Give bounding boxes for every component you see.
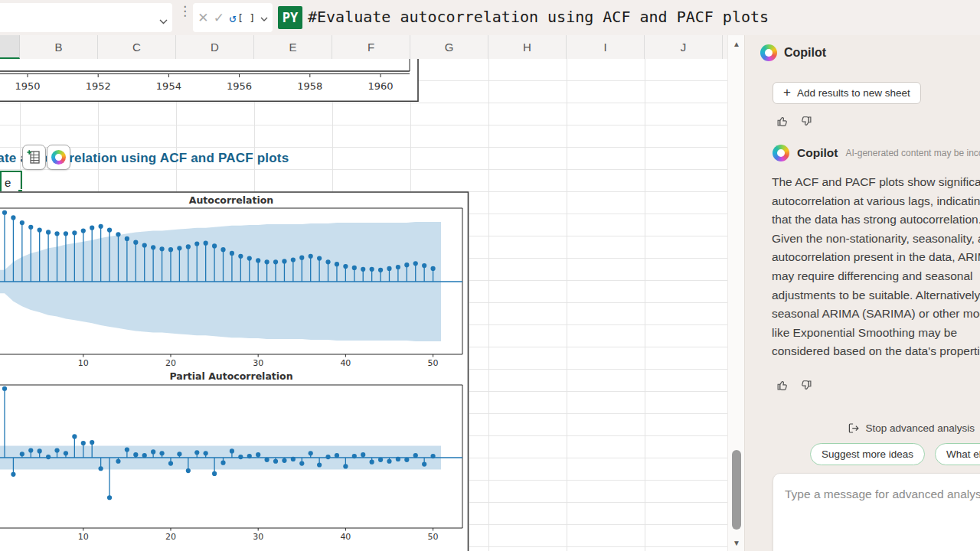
selected-cell[interactable]: e xyxy=(0,171,22,194)
message-line: considered based on the data's propertie… xyxy=(772,342,980,361)
svg-text:1952: 1952 xyxy=(86,80,111,92)
thumbs-down-icon[interactable] xyxy=(799,115,812,128)
scroll-up-icon[interactable]: ▲ xyxy=(728,40,745,48)
chevron-down-icon[interactable] xyxy=(159,14,168,28)
scroll-down-icon[interactable]: ▼ xyxy=(728,539,745,547)
feedback-row xyxy=(776,379,812,392)
column-header-a-selected[interactable] xyxy=(0,35,20,59)
feedback-row xyxy=(776,115,812,128)
copilot-message-header: Copilot AI-generated content may be inco… xyxy=(773,145,980,161)
svg-text:1956: 1956 xyxy=(227,80,252,92)
column-header-j[interactable]: J xyxy=(645,35,723,59)
copilot-message-input[interactable]: Type a message for advanced analysis xyxy=(773,473,980,551)
copilot-pane-title: Copilot xyxy=(784,46,826,60)
excel-window: ⋮ ✕ ✓ ↺[ ] PY #Evaluate autocorrelation … xyxy=(0,0,980,551)
copilot-header: Copilot xyxy=(760,44,826,61)
ai-disclaimer: AI-generated content may be incorrect xyxy=(845,148,980,158)
scrollbar-thumb[interactable] xyxy=(732,450,741,530)
formula-input[interactable]: #Evaluate autocorrelation using ACF and … xyxy=(308,8,769,26)
svg-text:1954: 1954 xyxy=(156,80,181,92)
plus-icon: + xyxy=(783,85,791,100)
column-header-h[interactable]: H xyxy=(488,35,567,59)
message-line: like Exponential Smoothing may be xyxy=(772,324,980,343)
svg-text:30: 30 xyxy=(253,532,263,542)
message-line: Given the non-stationarity, seasonality,… xyxy=(772,230,980,249)
svg-text:30: 30 xyxy=(253,358,263,368)
svg-text:40: 40 xyxy=(340,358,351,368)
formula-bar-resize-icon[interactable]: ⋮ xyxy=(178,8,191,15)
svg-text:40: 40 xyxy=(340,532,351,542)
column-header-b[interactable]: B xyxy=(20,35,98,59)
message-author: Copilot xyxy=(797,146,838,160)
suggestion-chips: Suggest more ideas What else xyxy=(810,443,980,465)
svg-text:20: 20 xyxy=(165,358,176,368)
copilot-logo-icon xyxy=(760,44,777,61)
insert-results-button[interactable] xyxy=(22,145,46,170)
enter-icon[interactable]: ✓ xyxy=(214,10,224,26)
svg-text:10: 10 xyxy=(78,358,89,368)
time-series-chart[interactable]: 195019521954195619581960 xyxy=(0,59,419,102)
column-header-e[interactable]: E xyxy=(254,35,332,59)
stop-advanced-analysis-button[interactable]: Stop advanced analysis xyxy=(847,422,975,435)
copilot-icon xyxy=(51,150,66,165)
svg-text:10: 10 xyxy=(78,532,89,542)
copilot-pane: Copilot + Add results to new sheet Copil… xyxy=(744,35,980,551)
add-results-to-new-sheet-button[interactable]: + Add results to new sheet xyxy=(773,82,921,104)
column-header-d[interactable]: D xyxy=(176,35,254,59)
svg-text:20: 20 xyxy=(165,532,176,542)
chip-what-else[interactable]: What else xyxy=(935,443,980,465)
name-box[interactable] xyxy=(0,3,172,32)
stop-exit-icon xyxy=(847,422,860,435)
column-header-f[interactable]: F xyxy=(332,35,410,59)
svg-text:1958: 1958 xyxy=(297,80,322,92)
python-badge: PY xyxy=(278,6,302,29)
formula-controls: ✕ ✓ ↺[ ] xyxy=(193,3,273,32)
message-line: that the data has strong autocorrelation… xyxy=(772,210,980,230)
message-line: may require differencing and seasonal xyxy=(772,267,980,286)
chip-suggest-more-ideas[interactable]: Suggest more ideas xyxy=(810,443,925,465)
copilot-message: The ACF and PACF plots show significant … xyxy=(772,173,980,361)
message-line: autocorrelation present in the data, ARI… xyxy=(772,248,980,267)
column-headers: B C D E F G H I J xyxy=(0,35,727,60)
cancel-icon[interactable]: ✕ xyxy=(198,10,208,26)
svg-text:50: 50 xyxy=(428,358,439,368)
column-header-i[interactable]: I xyxy=(567,35,645,59)
thumbs-up-icon[interactable] xyxy=(776,379,789,392)
python-commit-icon[interactable]: ↺[ ] xyxy=(229,11,255,25)
message-line: The ACF and PACF plots show significant xyxy=(772,173,980,192)
svg-text:Autocorrelation: Autocorrelation xyxy=(189,194,273,206)
copilot-suggestion-button[interactable] xyxy=(47,145,70,170)
selected-cell-text: e xyxy=(5,176,11,189)
message-line: seasonal ARIMA (SARIMA) or other models xyxy=(772,305,980,324)
copilot-logo-icon xyxy=(773,145,789,161)
svg-text:Partial Autocorrelation: Partial Autocorrelation xyxy=(169,370,292,382)
vertical-scrollbar[interactable]: ▲ ▼ xyxy=(727,35,745,551)
acf-pacf-chart[interactable]: Autocorrelation1020304050Partial Autocor… xyxy=(0,191,469,551)
svg-text:1960: 1960 xyxy=(368,80,393,92)
svg-text:50: 50 xyxy=(428,532,439,542)
formula-bar: ⋮ ✕ ✓ ↺[ ] PY #Evaluate autocorrelation … xyxy=(0,0,980,36)
message-line: adjustments to be suitable. Alternativel… xyxy=(772,286,980,305)
column-header-c[interactable]: C xyxy=(98,35,176,59)
input-placeholder: Type a message for advanced analysis xyxy=(785,487,980,501)
chevron-down-icon[interactable] xyxy=(260,11,268,24)
message-line: autocorrelation at various lags, indicat… xyxy=(772,192,980,211)
thumbs-down-icon[interactable] xyxy=(799,379,812,392)
svg-text:1950: 1950 xyxy=(15,80,40,92)
column-header-g[interactable]: G xyxy=(410,35,488,59)
thumbs-up-icon[interactable] xyxy=(776,115,789,128)
